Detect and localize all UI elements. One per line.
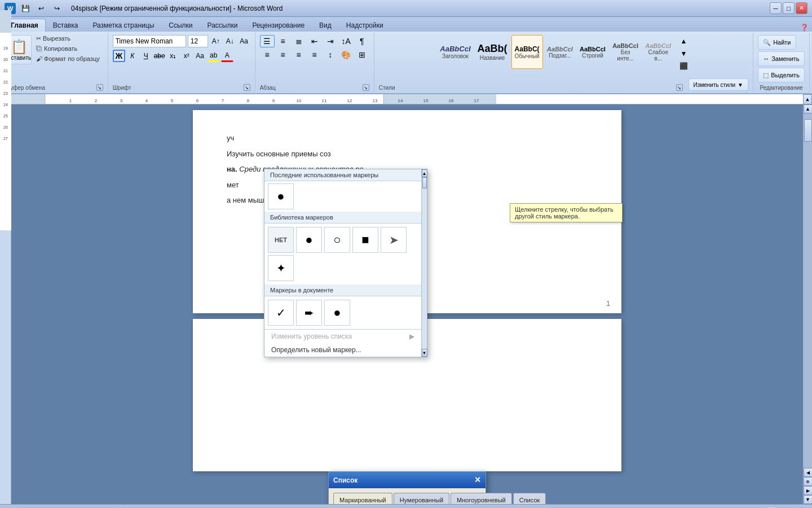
- tab-insert[interactable]: Вставка: [46, 19, 86, 32]
- style-no-spacing[interactable]: AaBbCcI Без инте...: [610, 35, 641, 69]
- dialog-tab-numbered[interactable]: Нумерованный: [394, 493, 449, 504]
- style-subtitle[interactable]: AaBbCcI Подзаг...: [544, 35, 576, 69]
- style-strong[interactable]: AaBbCcI Строгий: [577, 35, 608, 69]
- decrease-indent-btn[interactable]: ⇤: [307, 35, 322, 47]
- styles-up-btn[interactable]: ▲: [677, 35, 690, 47]
- save-quick-btn[interactable]: 💾: [19, 2, 32, 15]
- view-web-btn[interactable]: 🌐: [795, 505, 807, 509]
- multilevel-list-btn[interactable]: ≣: [292, 35, 306, 47]
- tab-view[interactable]: Вид: [312, 19, 339, 32]
- align-right-btn[interactable]: ≡: [292, 49, 306, 61]
- dropdown-scroll-down[interactable]: ▼: [422, 349, 427, 357]
- select-btn[interactable]: ⬚ Выделить: [758, 68, 805, 82]
- style-weak[interactable]: AaBbCcI Слабое в...: [642, 35, 674, 69]
- show-marks-btn[interactable]: ¶: [355, 35, 369, 47]
- font-name-input[interactable]: [113, 35, 186, 47]
- bold-btn[interactable]: Ж: [113, 50, 125, 62]
- copy-btn[interactable]: ⿻ Копировать: [33, 45, 103, 55]
- scroll-thumb[interactable]: [804, 119, 812, 142]
- replace-btn[interactable]: ↔ Заменить: [758, 51, 804, 66]
- scroll-top-btn[interactable]: ▲: [803, 94, 812, 104]
- dialog-close-btn[interactable]: ✕: [474, 474, 481, 486]
- library-none[interactable]: НЕТ: [268, 227, 294, 253]
- status-bar: Страница: 1 из 4 Число слов: 702 🔍 Русск…: [0, 504, 812, 508]
- library-arrow[interactable]: ➤: [381, 227, 407, 253]
- scroll-down-btn[interactable]: ▼: [804, 495, 813, 504]
- italic-btn[interactable]: К: [126, 50, 139, 62]
- undo-btn[interactable]: ↩: [35, 2, 47, 15]
- styles-expand[interactable]: ↘: [676, 84, 683, 91]
- minimize-btn[interactable]: ─: [770, 2, 782, 14]
- borders-btn[interactable]: ⊞: [355, 49, 369, 61]
- dropdown-scroll-thumb: [422, 177, 427, 189]
- underline-btn[interactable]: Ч: [140, 50, 152, 62]
- svg-text:16: 16: [449, 98, 454, 103]
- library-square[interactable]: ■: [352, 227, 378, 253]
- font-size-increase[interactable]: A↑: [210, 35, 222, 47]
- doc-bullet[interactable]: ●: [324, 300, 350, 326]
- doc-checkmark[interactable]: ✓: [268, 300, 294, 326]
- view-read-btn[interactable]: 📖: [780, 505, 793, 509]
- styles-expand-btn[interactable]: ⬛: [677, 60, 690, 72]
- clipboard-expand[interactable]: ↘: [96, 84, 103, 91]
- clear-format-btn[interactable]: Aa: [238, 35, 250, 47]
- font-size-decrease[interactable]: A↓: [224, 35, 236, 47]
- styles-down-btn[interactable]: ▼: [677, 47, 690, 60]
- select-object-btn[interactable]: ⊕: [804, 477, 813, 486]
- dialog-tab-multilevel[interactable]: Многоуровневый: [451, 493, 512, 504]
- highlight-btn[interactable]: ab: [208, 50, 220, 62]
- define-marker-label: Определить новый маркер...: [271, 346, 361, 354]
- style-normal[interactable]: AaBbC( Обычный: [511, 35, 543, 69]
- dialog-tab-styles[interactable]: Список стилей: [513, 493, 546, 504]
- numbered-list-btn[interactable]: ≡: [276, 35, 290, 47]
- strikethrough-btn[interactable]: abe: [153, 50, 166, 62]
- tab-addins[interactable]: Надстройки: [339, 19, 391, 32]
- line-spacing-btn[interactable]: ↕: [323, 49, 338, 61]
- style-title[interactable]: AaBb( Название: [475, 35, 510, 69]
- increase-indent-btn[interactable]: ⇥: [323, 35, 338, 47]
- change-level-label: Изменить уровень списка: [271, 332, 352, 340]
- tab-mailings[interactable]: Рассылки: [200, 19, 245, 32]
- text-effect-btn[interactable]: Aa: [194, 50, 206, 62]
- define-marker-item[interactable]: Определить новый маркер...: [264, 343, 421, 357]
- library-circle-empty[interactable]: ○: [324, 227, 350, 253]
- svg-text:20: 20: [3, 58, 8, 62]
- library-star[interactable]: ✦: [268, 255, 294, 281]
- bullet-list-btn[interactable]: ☰: [260, 35, 275, 47]
- font-label: Шрифт: [113, 84, 131, 91]
- next-page-btn[interactable]: ▶: [804, 486, 813, 495]
- cut-btn[interactable]: ✂ Вырезать: [33, 35, 103, 45]
- library-bullet-filled[interactable]: ●: [296, 227, 322, 253]
- subscript-btn[interactable]: x₁: [167, 50, 179, 62]
- dialog-title-bar: Список ✕: [329, 472, 486, 488]
- font-content: A↑ A↓ Aa Ж К Ч abe x₁ x² Aa ab A: [113, 34, 250, 84]
- dropdown-scroll-up[interactable]: ▲: [422, 169, 427, 177]
- align-center-btn[interactable]: ≡: [276, 49, 290, 61]
- help-icon[interactable]: ❓: [800, 24, 809, 32]
- tab-review[interactable]: Рецензирование: [245, 19, 312, 32]
- para-expand[interactable]: ↘: [363, 84, 369, 91]
- tab-references[interactable]: Ссылки: [161, 19, 200, 32]
- sort-btn[interactable]: ↕A: [339, 35, 354, 47]
- recent-bullet[interactable]: ●: [268, 183, 294, 209]
- align-left-btn[interactable]: ≡: [260, 49, 275, 61]
- format-copy-btn[interactable]: 🖌 Формат по образцу: [33, 55, 103, 65]
- align-justify-btn[interactable]: ≡: [307, 49, 322, 61]
- doc-arrow[interactable]: ➨: [296, 300, 322, 326]
- close-btn[interactable]: ✕: [796, 2, 807, 14]
- style-heading[interactable]: AaBbCcI Заголовок: [437, 35, 473, 69]
- prev-page-btn[interactable]: ◀: [804, 468, 813, 477]
- redo-btn[interactable]: ↪: [51, 2, 63, 15]
- superscript-btn[interactable]: x²: [180, 50, 193, 62]
- dialog-tab-bulleted[interactable]: Маркированный: [333, 493, 392, 504]
- tab-page-layout[interactable]: Разметка страницы: [85, 19, 161, 32]
- fill-color-btn[interactable]: 🎨: [339, 49, 354, 61]
- view-print-btn[interactable]: ⬜: [766, 505, 778, 509]
- find-btn[interactable]: 🔍 Найти: [758, 35, 796, 50]
- font-expand[interactable]: ↘: [244, 84, 250, 91]
- font-color-btn[interactable]: A: [221, 50, 233, 62]
- change-styles-btn[interactable]: Изменить стили ▼: [689, 78, 748, 91]
- font-size-input[interactable]: [188, 35, 208, 47]
- scroll-up-btn[interactable]: ▲: [804, 104, 813, 113]
- restore-btn[interactable]: □: [783, 2, 795, 14]
